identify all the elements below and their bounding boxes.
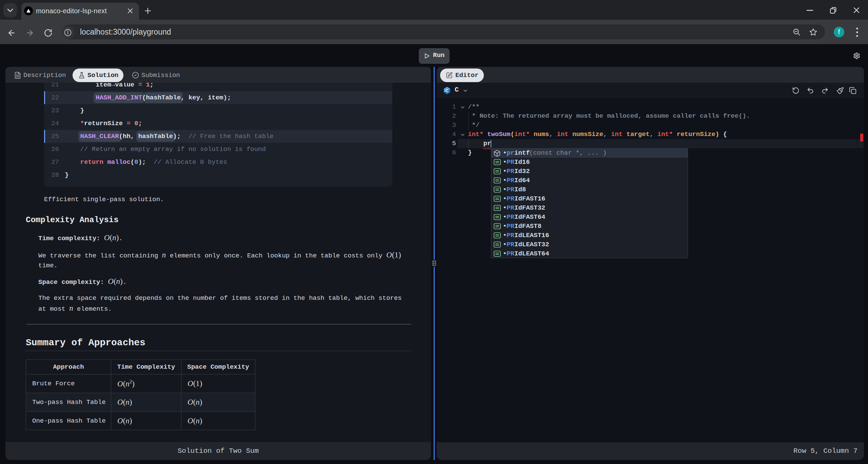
svg-text:C: C [446,88,449,93]
